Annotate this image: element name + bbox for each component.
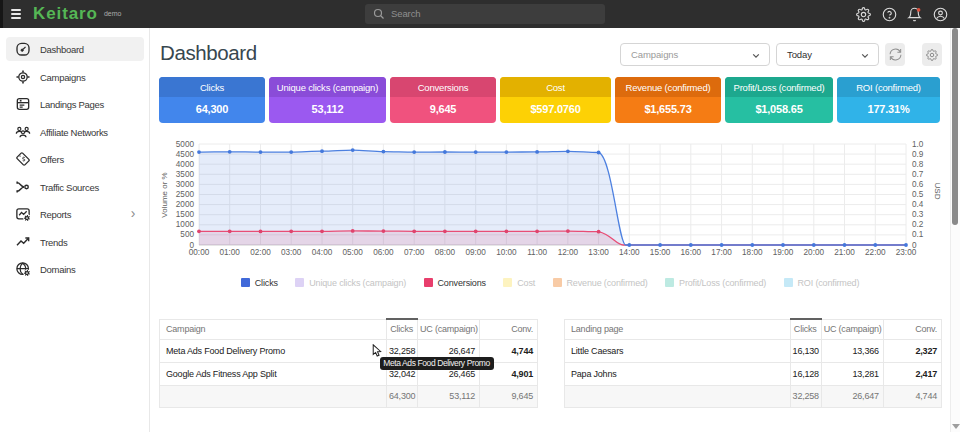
- svg-text:USD: USD: [933, 183, 942, 200]
- svg-text:4500: 4500: [176, 150, 195, 159]
- svg-text:11:00: 11:00: [527, 248, 547, 257]
- svg-text:17:00: 17:00: [711, 248, 732, 257]
- svg-text:22:00: 22:00: [865, 248, 886, 257]
- svg-text:1000: 1000: [176, 220, 195, 229]
- svg-text:1500: 1500: [176, 210, 195, 219]
- svg-text:20:00: 20:00: [804, 248, 825, 257]
- svg-text:0.1: 0.1: [912, 230, 924, 239]
- svg-text:0.5: 0.5: [912, 190, 924, 199]
- svg-text:15:00: 15:00: [650, 248, 671, 257]
- svg-text:21:00: 21:00: [834, 248, 855, 257]
- svg-text:16:00: 16:00: [681, 248, 702, 257]
- svg-text:5000: 5000: [176, 140, 195, 149]
- svg-text:10:00: 10:00: [496, 248, 517, 257]
- svg-text:0.4: 0.4: [912, 200, 924, 209]
- svg-text:19:00: 19:00: [773, 248, 794, 257]
- svg-text:00:00: 00:00: [189, 248, 210, 257]
- svg-text:500: 500: [180, 230, 194, 239]
- svg-text:Volume or %: Volume or %: [160, 172, 169, 217]
- svg-text:06:00: 06:00: [373, 248, 394, 257]
- svg-text:13:00: 13:00: [588, 248, 609, 257]
- svg-text:09:00: 09:00: [465, 248, 486, 257]
- svg-text:12:00: 12:00: [558, 248, 579, 257]
- svg-text:14:00: 14:00: [619, 248, 640, 257]
- svg-text:05:00: 05:00: [342, 248, 363, 257]
- svg-text:4000: 4000: [176, 160, 195, 169]
- svg-text:01:00: 01:00: [219, 248, 240, 257]
- svg-text:0.8: 0.8: [912, 160, 924, 169]
- svg-text:0.6: 0.6: [912, 180, 924, 189]
- svg-text:0.9: 0.9: [912, 150, 924, 159]
- svg-text:04:00: 04:00: [312, 248, 333, 257]
- svg-text:3000: 3000: [176, 180, 195, 189]
- svg-text:0.7: 0.7: [912, 170, 924, 179]
- svg-text:2500: 2500: [176, 190, 195, 199]
- svg-text:18:00: 18:00: [742, 248, 763, 257]
- svg-text:1.0: 1.0: [912, 140, 924, 149]
- svg-text:3500: 3500: [176, 170, 195, 179]
- svg-text:07:00: 07:00: [404, 248, 425, 257]
- svg-text:02:00: 02:00: [250, 248, 271, 257]
- svg-text:23:00: 23:00: [896, 248, 917, 257]
- svg-text:03:00: 03:00: [281, 248, 302, 257]
- svg-text:0.2: 0.2: [912, 220, 924, 229]
- svg-text:2000: 2000: [176, 200, 195, 209]
- svg-text:0.3: 0.3: [912, 210, 924, 219]
- svg-text:08:00: 08:00: [435, 248, 456, 257]
